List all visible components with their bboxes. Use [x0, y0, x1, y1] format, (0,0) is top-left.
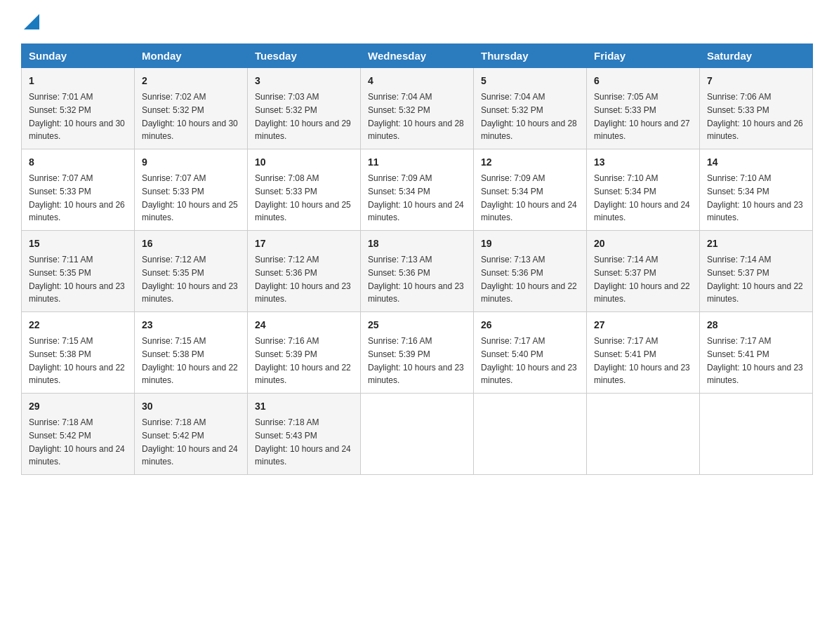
calendar-week-row: 22 Sunrise: 7:15 AMSunset: 5:38 PMDaylig… [22, 312, 813, 394]
day-info: Sunrise: 7:18 AMSunset: 5:42 PMDaylight:… [142, 417, 238, 467]
day-info: Sunrise: 7:16 AMSunset: 5:39 PMDaylight:… [368, 336, 464, 385]
calendar-cell: 25 Sunrise: 7:16 AMSunset: 5:39 PMDaylig… [361, 312, 474, 394]
day-number: 12 [481, 155, 579, 170]
day-header-sunday: Sunday [22, 44, 135, 68]
calendar-week-row: 15 Sunrise: 7:11 AMSunset: 5:35 PMDaylig… [22, 231, 813, 312]
day-info: Sunrise: 7:07 AMSunset: 5:33 PMDaylight:… [29, 173, 125, 222]
day-header-thursday: Thursday [474, 44, 587, 68]
day-info: Sunrise: 7:05 AMSunset: 5:33 PMDaylight:… [594, 92, 690, 141]
calendar-cell: 20 Sunrise: 7:14 AMSunset: 5:37 PMDaylig… [587, 231, 700, 312]
day-info: Sunrise: 7:09 AMSunset: 5:34 PMDaylight:… [481, 173, 577, 222]
calendar-cell [700, 394, 813, 475]
day-number: 6 [594, 74, 692, 88]
logo-triangle-icon [24, 14, 39, 29]
calendar-cell: 8 Sunrise: 7:07 AMSunset: 5:33 PMDayligh… [22, 149, 135, 231]
day-number: 28 [707, 318, 805, 333]
day-number: 17 [255, 236, 353, 251]
calendar-cell: 18 Sunrise: 7:13 AMSunset: 5:36 PMDaylig… [361, 231, 474, 312]
day-number: 15 [29, 236, 127, 251]
svg-marker-0 [24, 14, 39, 29]
calendar-cell: 2 Sunrise: 7:02 AMSunset: 5:32 PMDayligh… [135, 68, 248, 149]
day-number: 9 [142, 155, 240, 170]
calendar-cell: 16 Sunrise: 7:12 AMSunset: 5:35 PMDaylig… [135, 231, 248, 312]
logo [21, 14, 42, 29]
calendar-cell: 27 Sunrise: 7:17 AMSunset: 5:41 PMDaylig… [587, 312, 700, 394]
day-number: 21 [707, 236, 805, 251]
day-number: 13 [594, 155, 692, 170]
day-number: 3 [255, 74, 353, 88]
calendar-week-row: 29 Sunrise: 7:18 AMSunset: 5:42 PMDaylig… [22, 394, 813, 475]
day-number: 14 [707, 155, 805, 170]
calendar-cell: 30 Sunrise: 7:18 AMSunset: 5:42 PMDaylig… [135, 394, 248, 475]
day-number: 23 [142, 318, 240, 333]
calendar-week-row: 1 Sunrise: 7:01 AMSunset: 5:32 PMDayligh… [22, 68, 813, 149]
calendar-cell: 6 Sunrise: 7:05 AMSunset: 5:33 PMDayligh… [587, 68, 700, 149]
day-number: 5 [481, 74, 579, 88]
calendar-cell: 12 Sunrise: 7:09 AMSunset: 5:34 PMDaylig… [474, 149, 587, 231]
calendar-cell: 31 Sunrise: 7:18 AMSunset: 5:43 PMDaylig… [248, 394, 361, 475]
calendar-cell: 15 Sunrise: 7:11 AMSunset: 5:35 PMDaylig… [22, 231, 135, 312]
day-info: Sunrise: 7:15 AMSunset: 5:38 PMDaylight:… [142, 336, 238, 385]
day-number: 18 [368, 236, 466, 251]
day-header-tuesday: Tuesday [248, 44, 361, 68]
day-number: 8 [29, 155, 127, 170]
day-header-friday: Friday [587, 44, 700, 68]
day-info: Sunrise: 7:10 AMSunset: 5:34 PMDaylight:… [594, 173, 690, 222]
day-number: 20 [594, 236, 692, 251]
day-info: Sunrise: 7:14 AMSunset: 5:37 PMDaylight:… [707, 255, 803, 304]
calendar-table: SundayMondayTuesdayWednesdayThursdayFrid… [21, 43, 813, 475]
page-header [21, 14, 813, 29]
calendar-cell: 7 Sunrise: 7:06 AMSunset: 5:33 PMDayligh… [700, 68, 813, 149]
day-number: 4 [368, 74, 466, 88]
day-info: Sunrise: 7:08 AMSunset: 5:33 PMDaylight:… [255, 173, 351, 222]
calendar-cell: 10 Sunrise: 7:08 AMSunset: 5:33 PMDaylig… [248, 149, 361, 231]
calendar-cell: 24 Sunrise: 7:16 AMSunset: 5:39 PMDaylig… [248, 312, 361, 394]
day-info: Sunrise: 7:17 AMSunset: 5:40 PMDaylight:… [481, 336, 577, 385]
day-number: 1 [29, 74, 127, 88]
day-number: 31 [255, 399, 353, 414]
day-number: 22 [29, 318, 127, 333]
day-info: Sunrise: 7:14 AMSunset: 5:37 PMDaylight:… [594, 255, 690, 304]
calendar-cell: 17 Sunrise: 7:12 AMSunset: 5:36 PMDaylig… [248, 231, 361, 312]
day-number: 2 [142, 74, 240, 88]
day-number: 7 [707, 74, 805, 88]
calendar-cell: 19 Sunrise: 7:13 AMSunset: 5:36 PMDaylig… [474, 231, 587, 312]
day-info: Sunrise: 7:09 AMSunset: 5:34 PMDaylight:… [368, 173, 464, 222]
day-info: Sunrise: 7:04 AMSunset: 5:32 PMDaylight:… [368, 92, 464, 141]
calendar-cell: 14 Sunrise: 7:10 AMSunset: 5:34 PMDaylig… [700, 149, 813, 231]
day-info: Sunrise: 7:16 AMSunset: 5:39 PMDaylight:… [255, 336, 351, 385]
day-info: Sunrise: 7:13 AMSunset: 5:36 PMDaylight:… [368, 255, 464, 304]
day-info: Sunrise: 7:02 AMSunset: 5:32 PMDaylight:… [142, 92, 238, 141]
day-number: 25 [368, 318, 466, 333]
day-info: Sunrise: 7:12 AMSunset: 5:35 PMDaylight:… [142, 255, 238, 304]
calendar-cell: 9 Sunrise: 7:07 AMSunset: 5:33 PMDayligh… [135, 149, 248, 231]
calendar-cell: 4 Sunrise: 7:04 AMSunset: 5:32 PMDayligh… [361, 68, 474, 149]
day-info: Sunrise: 7:03 AMSunset: 5:32 PMDaylight:… [255, 92, 351, 141]
day-number: 29 [29, 399, 127, 414]
calendar-cell: 28 Sunrise: 7:17 AMSunset: 5:41 PMDaylig… [700, 312, 813, 394]
calendar-cell: 22 Sunrise: 7:15 AMSunset: 5:38 PMDaylig… [22, 312, 135, 394]
day-info: Sunrise: 7:12 AMSunset: 5:36 PMDaylight:… [255, 255, 351, 304]
day-header-saturday: Saturday [700, 44, 813, 68]
day-info: Sunrise: 7:07 AMSunset: 5:33 PMDaylight:… [142, 173, 238, 222]
calendar-cell: 1 Sunrise: 7:01 AMSunset: 5:32 PMDayligh… [22, 68, 135, 149]
calendar-cell [361, 394, 474, 475]
day-header-wednesday: Wednesday [361, 44, 474, 68]
day-info: Sunrise: 7:11 AMSunset: 5:35 PMDaylight:… [29, 255, 125, 304]
day-info: Sunrise: 7:17 AMSunset: 5:41 PMDaylight:… [707, 336, 803, 385]
calendar-cell: 13 Sunrise: 7:10 AMSunset: 5:34 PMDaylig… [587, 149, 700, 231]
calendar-cell: 11 Sunrise: 7:09 AMSunset: 5:34 PMDaylig… [361, 149, 474, 231]
day-info: Sunrise: 7:17 AMSunset: 5:41 PMDaylight:… [594, 336, 690, 385]
day-header-monday: Monday [135, 44, 248, 68]
day-info: Sunrise: 7:18 AMSunset: 5:43 PMDaylight:… [255, 417, 351, 467]
calendar-cell [474, 394, 587, 475]
calendar-cell: 21 Sunrise: 7:14 AMSunset: 5:37 PMDaylig… [700, 231, 813, 312]
day-number: 10 [255, 155, 353, 170]
calendar-cell: 3 Sunrise: 7:03 AMSunset: 5:32 PMDayligh… [248, 68, 361, 149]
calendar-cell: 26 Sunrise: 7:17 AMSunset: 5:40 PMDaylig… [474, 312, 587, 394]
day-number: 27 [594, 318, 692, 333]
calendar-header-row: SundayMondayTuesdayWednesdayThursdayFrid… [22, 44, 813, 68]
day-info: Sunrise: 7:06 AMSunset: 5:33 PMDaylight:… [707, 92, 803, 141]
day-number: 24 [255, 318, 353, 333]
day-info: Sunrise: 7:15 AMSunset: 5:38 PMDaylight:… [29, 336, 125, 385]
